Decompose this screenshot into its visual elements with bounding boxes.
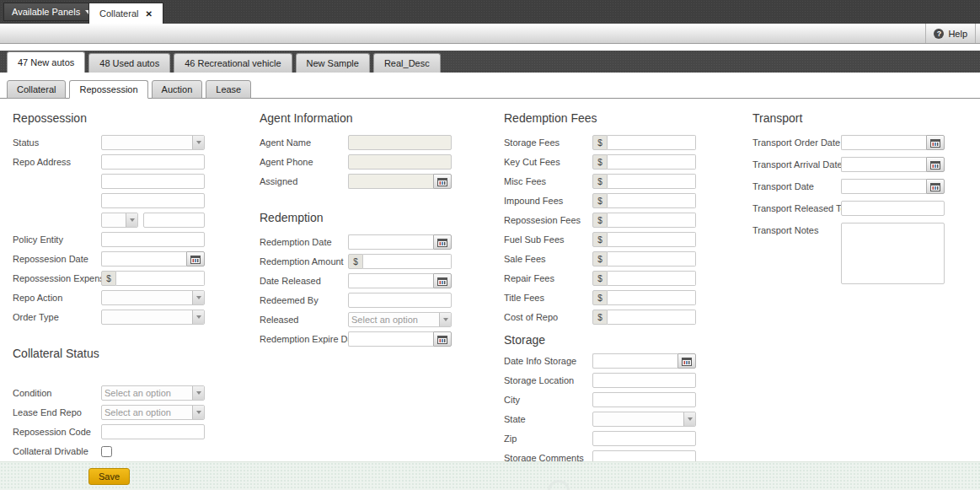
chevron-down-icon[interactable] (192, 291, 204, 304)
field-row-repair-fees: Repair Fees $ (504, 271, 710, 286)
calendar-icon (190, 255, 201, 264)
date-released-input[interactable] (348, 273, 433, 288)
redemption-date-input[interactable] (348, 234, 433, 250)
condition-value: Select an option (102, 386, 192, 400)
date-info-storage-input[interactable] (592, 353, 677, 369)
calendar-button[interactable] (926, 135, 945, 150)
storage-fees-input[interactable] (608, 135, 696, 150)
misc-fees-input[interactable] (608, 174, 696, 189)
tab-auction[interactable]: Auction (152, 80, 203, 99)
close-icon[interactable]: ✕ (145, 9, 152, 19)
tab-real-desc[interactable]: Real_Desc (373, 53, 441, 73)
released-label: Released (260, 315, 348, 325)
currency-prefix: $ (592, 193, 608, 208)
transport-date-input[interactable] (841, 179, 926, 194)
calendar-button[interactable] (926, 157, 945, 172)
redemption-amount-input[interactable] (363, 254, 452, 269)
state-label: State (504, 414, 592, 424)
field-row-city: City (504, 392, 710, 407)
sub-tab-strip: Collateral Repossession Auction Lease (0, 73, 980, 99)
chevron-down-icon[interactable] (192, 406, 204, 419)
repair-fees-input[interactable] (608, 271, 696, 286)
repo-address-zip-input[interactable] (143, 213, 205, 228)
chevron-down-icon[interactable] (192, 136, 204, 149)
calendar-button[interactable] (926, 179, 945, 194)
repo-address-line1-input[interactable] (101, 154, 205, 170)
calendar-button[interactable] (677, 353, 696, 369)
transport-released-to-input[interactable] (841, 201, 945, 216)
tab-recreational-vehicle[interactable]: 46 Recreational vehicle (174, 53, 292, 73)
field-row-impound-fees: Impound Fees $ (504, 193, 710, 208)
field-row-repossesion-date: Repossesion Date (13, 251, 253, 267)
tab-new-autos[interactable]: 47 New autos (7, 51, 85, 73)
tab-collateral[interactable]: Collateral (7, 80, 66, 99)
repo-address-line3-input[interactable] (101, 193, 205, 208)
impound-fees-input[interactable] (608, 193, 696, 208)
repo-address-state-combo[interactable] (101, 213, 138, 228)
field-row-transport-order-date: Transport Order Date (752, 135, 963, 150)
available-panels-button[interactable]: Available Panels (3, 3, 100, 21)
reposession-code-input[interactable] (101, 424, 205, 439)
chevron-down-icon[interactable] (126, 213, 137, 227)
repossesion-fees-input[interactable] (608, 213, 696, 228)
chevron-down-icon[interactable] (192, 310, 204, 324)
chevron-down-icon[interactable] (683, 412, 695, 426)
help-button[interactable]: ? Help (925, 24, 976, 43)
save-button[interactable]: Save (88, 468, 130, 485)
sale-fees-input[interactable] (608, 251, 696, 267)
calendar-button[interactable] (433, 273, 452, 288)
tab-lease[interactable]: Lease (206, 80, 251, 99)
field-row-sale-fees: Sale Fees $ (504, 251, 710, 267)
calendar-button[interactable] (433, 234, 452, 250)
tab-new-sample[interactable]: New Sample (296, 53, 370, 73)
transport-order-date-input[interactable] (841, 135, 926, 150)
redeemed-by-input[interactable] (348, 293, 452, 308)
top-bar: Available Panels Collateral ✕ (0, 0, 980, 24)
redemption-expire-date-label: Redemption Expire Date (260, 334, 348, 344)
repo-address-line2-input[interactable] (101, 174, 205, 189)
title-fees-input[interactable] (608, 290, 696, 305)
policy-entity-input[interactable] (101, 232, 205, 247)
repossession-expenses-input[interactable] (116, 271, 205, 286)
transport-notes-textarea[interactable] (841, 223, 945, 284)
zip-input[interactable] (592, 431, 696, 446)
calendar-icon (437, 177, 447, 186)
calendar-button[interactable] (186, 251, 205, 267)
open-tab-collateral[interactable]: Collateral ✕ (88, 3, 163, 24)
repo-address-label: Repo Address (13, 157, 101, 167)
status-combo[interactable] (101, 135, 205, 150)
currency-prefix: $ (592, 213, 608, 228)
field-row-transport-date: Transport Date (752, 179, 963, 194)
calendar-button[interactable] (433, 331, 452, 347)
tab-repossession[interactable]: Repossession (69, 80, 147, 99)
order-type-combo[interactable] (101, 310, 205, 325)
fuel-sub-fees-input[interactable] (608, 232, 696, 247)
agent-name-input (348, 135, 452, 150)
chevron-down-icon[interactable] (439, 313, 451, 326)
available-panels-label: Available Panels (12, 7, 80, 17)
field-row-repo-address: Repo Address (13, 154, 253, 170)
city-input[interactable] (592, 392, 696, 407)
field-row-title-fees: Title Fees $ (504, 290, 710, 305)
order-type-value (102, 310, 192, 324)
storage-location-input[interactable] (592, 373, 696, 388)
date-released-label: Date Released (260, 276, 348, 286)
released-combo[interactable]: Select an option (348, 312, 452, 327)
key-cut-fees-input[interactable] (608, 154, 696, 170)
transport-arrival-date-input[interactable] (841, 157, 926, 172)
tab-used-autos[interactable]: 48 Used autos (88, 53, 170, 73)
currency-prefix: $ (592, 232, 608, 247)
calendar-icon (930, 138, 940, 148)
status-label: Status (13, 137, 101, 148)
lease-end-repo-combo[interactable]: Select an option (101, 405, 205, 420)
chevron-down-icon[interactable] (192, 386, 204, 400)
repossesion-date-input[interactable] (101, 251, 186, 267)
redemption-expire-date-input[interactable] (348, 331, 433, 347)
field-row-condition: Condition Select an option (13, 385, 253, 401)
collateral-drivable-checkbox[interactable] (101, 446, 112, 457)
cost-of-repo-input[interactable] (608, 310, 696, 325)
repo-action-combo[interactable] (101, 290, 205, 305)
state-combo[interactable] (592, 412, 696, 427)
condition-combo[interactable]: Select an option (101, 385, 205, 401)
calendar-button[interactable] (433, 174, 452, 189)
